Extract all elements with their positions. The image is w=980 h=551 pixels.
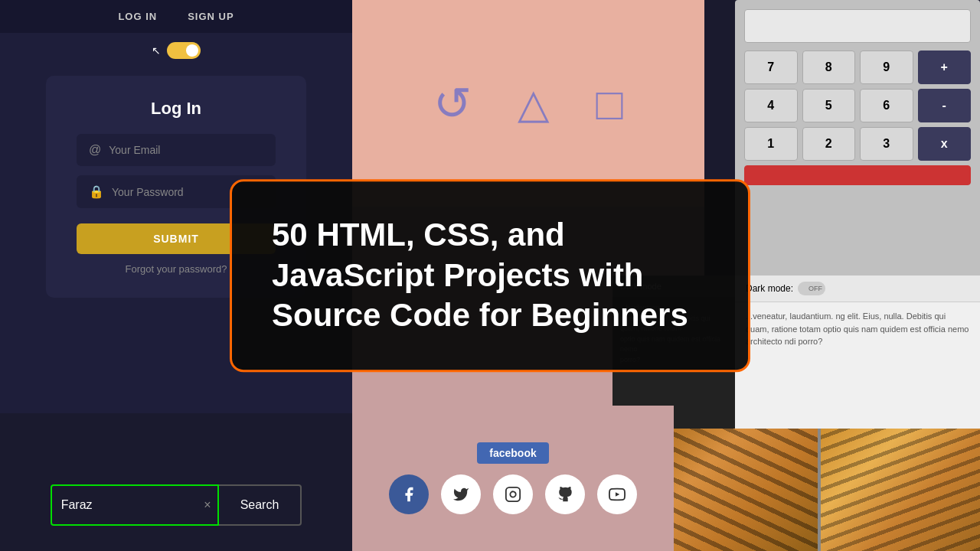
facebook-icon[interactable]: [389, 474, 429, 514]
triangle-icon: △: [518, 80, 550, 128]
email-icon: @: [89, 143, 101, 157]
darkmode-toggle-pill[interactable]: OFF: [798, 282, 825, 295]
square-icon: □: [596, 78, 622, 129]
calc-btn-5[interactable]: 5: [802, 89, 856, 122]
twitter-icon[interactable]: [441, 474, 481, 514]
youtube-icon[interactable]: [597, 474, 637, 514]
tiger-images-panel: [658, 429, 980, 551]
toggle-row: ↖: [152, 33, 201, 68]
login-nav: LOG IN SIGN UP: [0, 0, 352, 33]
darkmode-body: ...veneatur, laudantium. ng elit. Eius, …: [735, 302, 980, 356]
search-clear-button[interactable]: ×: [204, 498, 211, 512]
darkmode-label: Dark mode:: [746, 283, 793, 294]
nav-login-link[interactable]: LOG IN: [118, 11, 157, 22]
lock-icon: 🔒: [89, 184, 104, 199]
instagram-icon[interactable]: [493, 474, 533, 514]
social-icons-row: [389, 474, 637, 514]
search-input[interactable]: [51, 484, 219, 526]
calc-btn-8[interactable]: 8: [802, 51, 856, 84]
email-placeholder: Your Email: [109, 144, 160, 156]
search-button[interactable]: Search: [219, 484, 302, 526]
calculator-display: [744, 9, 971, 43]
overlay-title: 50 HTML, CSS, and JavaScript Projects wi…: [272, 215, 708, 336]
login-title: Log In: [77, 99, 276, 119]
calculator-panel: 7 8 9 + 4 5 6 - 1 2 3 x: [735, 0, 980, 291]
darkmode-state: OFF: [808, 285, 822, 292]
tiger-image-2: [821, 429, 980, 551]
calc-btn-2[interactable]: 2: [802, 127, 856, 161]
password-placeholder: Your Password: [112, 186, 184, 198]
github-icon[interactable]: [545, 474, 585, 514]
overlay-card: 50 HTML, CSS, and JavaScript Projects wi…: [230, 179, 750, 372]
calculator-buttons: 7 8 9 + 4 5 6 - 1 2 3 x: [744, 51, 971, 161]
calc-btn-clear[interactable]: [744, 165, 971, 185]
svg-marker-2: [616, 492, 619, 497]
svg-rect-0: [506, 487, 520, 501]
calc-btn-minus[interactable]: -: [918, 89, 972, 122]
refresh-icon: ↺: [433, 77, 472, 130]
calc-btn-1[interactable]: 1: [744, 127, 798, 161]
calc-btn-3[interactable]: 3: [860, 127, 913, 161]
nav-signup-link[interactable]: SIGN UP: [188, 11, 234, 22]
darkmode-body-text: ...veneatur, laudantium. ng elit. Eius, …: [746, 311, 969, 346]
calc-btn-plus[interactable]: +: [918, 51, 972, 84]
animation-panel: ↺ △ □: [352, 0, 704, 207]
calc-btn-7[interactable]: 7: [744, 51, 798, 84]
facebook-badge: facebook: [477, 442, 548, 464]
arrow-icon: ↖: [152, 44, 161, 57]
calc-btn-4[interactable]: 4: [744, 89, 798, 122]
calc-btn-multiply[interactable]: x: [918, 127, 972, 161]
calc-btn-6[interactable]: 6: [860, 89, 913, 122]
tiger-image-1: [658, 429, 818, 551]
search-input-wrap: ×: [51, 484, 219, 526]
search-panel: × Search: [0, 459, 352, 551]
email-input-group[interactable]: @ Your Email: [77, 134, 276, 166]
calc-btn-9[interactable]: 9: [860, 51, 913, 84]
theme-toggle[interactable]: [167, 42, 201, 59]
darkmode-header: Dark mode: OFF: [735, 276, 980, 302]
darkmode-toggle[interactable]: Dark mode: OFF: [746, 282, 825, 295]
social-panel: facebook: [352, 406, 674, 551]
